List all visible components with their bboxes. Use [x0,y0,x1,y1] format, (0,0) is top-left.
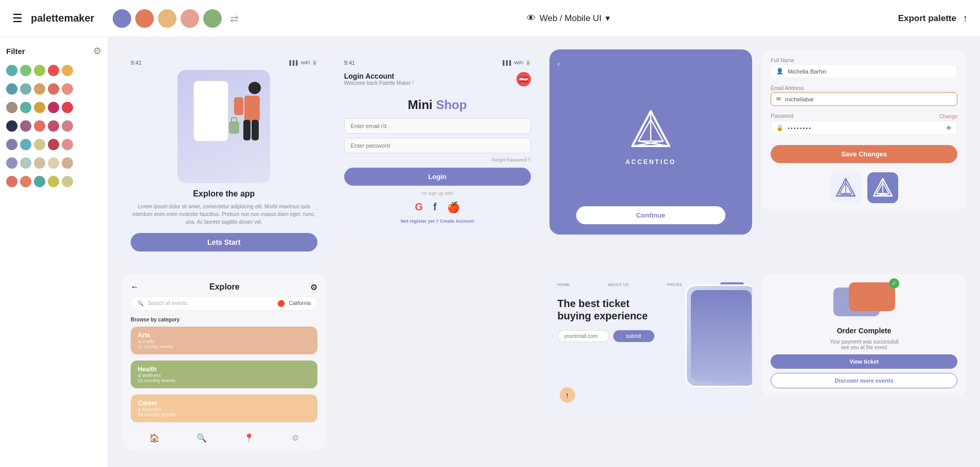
card1-title: Explore the app [193,189,255,199]
svg-rect-4 [252,120,259,140]
logo-filled-svg [872,177,893,198]
password-section: Password Change 🔒 •••••••• 👁 [771,113,957,138]
color-swatch-2[interactable] [135,9,154,28]
forgot-password[interactable]: Forget Password ? [344,157,531,163]
nav-home[interactable]: HOME [558,282,570,289]
palette-row-1[interactable] [6,65,101,76]
back-button[interactable]: ‹ [558,60,560,68]
color-swatch-5[interactable] [203,9,222,28]
card2-status-icons: ▌▌▌WiFi🔋 [503,60,530,65]
fullname-field: 👤 Michella Barhin [771,64,957,78]
card1-text: Lorem ipsum dolor sit amet, consectetur … [131,203,317,226]
submit-button[interactable]: submit [613,330,654,342]
discover-events-button[interactable]: Discover more events [771,373,957,388]
header-right: Export palette ↑ [898,12,968,24]
palette-row-3[interactable] [6,102,101,113]
palette-row-5[interactable] [6,139,101,150]
card-explore-app: 9:41 ▌▌▌WiFi🔋 [122,49,326,260]
phone-frame [193,80,229,142]
nav-location-icon[interactable]: 📍 [244,433,254,443]
save-changes-button[interactable]: Save Changes [771,145,957,163]
color-swatch-4[interactable] [181,9,199,28]
card1-status-icons: ▌▌▌WiFi🔋 [290,60,317,65]
svg-point-0 [248,82,261,94]
card4-title: Explore [209,282,240,292]
mini-text: Mini [408,98,433,112]
color-swatch-1[interactable] [113,9,131,28]
logo: palettemaker [31,12,94,24]
palette-row-4[interactable] [6,120,101,132]
category-career-name: Career [138,400,157,407]
svg-rect-2 [234,97,243,115]
nav-settings-icon[interactable]: ⚙ [292,433,299,443]
search-placeholder[interactable]: Search all events [148,300,273,306]
filter-icon[interactable]: ⚙ [93,45,101,57]
palette-row-7[interactable] [6,176,101,187]
lets-start-button[interactable]: Lets Start [131,233,317,252]
login-button[interactable]: Login [344,168,531,186]
export-label[interactable]: Export palette [898,13,956,24]
fullname-section: Full Name 👤 Michella Barhin [771,58,957,81]
bottom-nav: 🏠 🔍 📍 ⚙ [131,428,317,443]
phone-screen [691,290,752,382]
settings-icon[interactable]: ⚙ [310,282,317,292]
palette-row-2[interactable] [6,83,101,95]
register-text: Not register yet ? Create Account [344,219,531,224]
card1-status-bar: 9:41 ▌▌▌WiFi🔋 [131,60,317,66]
card2-time: 9:41 [344,60,355,66]
eye-icon: 👁 [527,13,536,24]
phone-bg [691,290,752,382]
facebook-icon[interactable]: f [433,201,437,213]
google-icon[interactable]: G [415,201,423,213]
avatar-flag: 🇦🇹 [516,72,531,86]
shuffle-icon[interactable]: ⇄ [230,12,239,25]
eye-toggle-icon[interactable]: 👁 [946,125,952,131]
deco-arrow: ↑ [560,387,575,403]
main: Filter ⚙ [0,37,980,467]
svg-rect-1 [244,96,260,121]
shop-text: Shop [436,98,467,112]
color-swatch-3[interactable] [158,9,176,28]
category-arts-sub: & Crafts [138,339,310,344]
palette-row-6[interactable] [6,157,101,169]
check-icon: ✓ [889,278,899,289]
nav-prices[interactable]: PRICES [667,282,682,289]
apple-icon[interactable]: 🍎 [447,201,460,213]
category-health[interactable]: Health & Wellness 15 monthly events [131,361,317,388]
category-health-events: 15 monthly events [138,378,310,383]
back-icon[interactable]: ← [131,282,139,292]
card2-login-info: Login Account Welcome back Palette Maker… [344,72,414,86]
svg-rect-3 [243,120,251,140]
nav-search-icon[interactable]: 🔍 [197,433,207,443]
password-input[interactable] [344,138,531,153]
card2-login-title: Login Account [344,72,414,80]
category-arts[interactable]: Arts & Crafts 12 priority events [131,327,317,354]
create-account-link[interactable]: Create Account [440,219,474,224]
nav-about[interactable]: ABOUT US [608,282,629,289]
card2-login-header: Login Account Welcome back Palette Maker… [344,72,531,86]
phone-illustration [685,284,752,387]
card3-brand: ACCENTICO [626,158,676,166]
view-ticket-button[interactable]: View ticket [771,354,957,369]
password-field: 🔒 •••••••• 👁 [771,121,957,135]
password-dots: •••••••• [788,125,812,131]
email-subscribe-input[interactable] [558,330,609,342]
or-text: Or sign up with [344,191,531,196]
category-health-name: Health [138,366,157,373]
email-field[interactable]: ✉ michellabar [771,92,957,106]
figure-svg [229,78,265,145]
card6-title: The best ticket buying experience [558,297,661,322]
location-label: California [289,300,311,306]
logo-outline-box [830,172,861,203]
change-password-link[interactable]: Change [939,114,957,119]
card-explore-events: ← Explore ⚙ 🔍 Search all events 🔴 Califo… [122,274,326,451]
nav-home-icon[interactable]: 🏠 [149,433,159,443]
email-input[interactable] [344,118,531,134]
header: ☰ palettemaker ⇄ 👁 Web / Mobile UI ▾ Exp… [0,0,980,37]
email-section: Email Address ✉ michellabar [771,85,957,109]
continue-button[interactable]: Continue [576,206,725,224]
header-center[interactable]: 👁 Web / Mobile UI ▾ [527,13,611,24]
category-career[interactable]: Career & Business 15 monthly events [131,394,317,422]
upload-icon[interactable]: ↑ [963,12,968,24]
menu-icon[interactable]: ☰ [12,12,23,25]
